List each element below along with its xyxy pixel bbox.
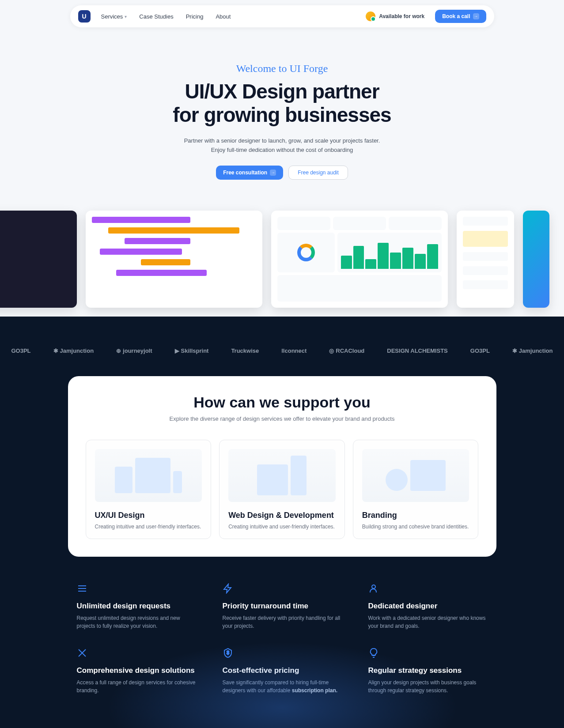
availability-badge: Available for work: [366, 11, 424, 21]
feature-desc: Request unlimited design revisions and n…: [77, 614, 196, 630]
features-grid: Unlimited design requests Request unlimi…: [68, 583, 496, 694]
feature-title: Dedicated designer: [368, 602, 488, 611]
service-desc: Building strong and cohesive brand ident…: [362, 524, 469, 530]
portfolio-shot: [457, 211, 514, 308]
hero-welcome: Welcome to UI Forge: [9, 63, 555, 75]
service-card-uxui[interactable]: UX/UI Design Creating intuitive and user…: [86, 440, 212, 539]
nav-pricing[interactable]: Pricing: [186, 13, 204, 20]
arrow-right-icon: →: [473, 13, 479, 19]
svg-point-0: [372, 585, 375, 588]
arrow-right-icon: →: [270, 170, 276, 176]
support-card: How can we support you Explore the diver…: [68, 376, 496, 557]
free-design-audit-button[interactable]: Free design audit: [288, 166, 348, 180]
work-carousel: [0, 197, 564, 334]
hero-sub1: Partner with a senior designer to launch…: [9, 137, 555, 144]
client-logo: GO3PL: [11, 347, 30, 354]
tools-icon: [77, 648, 87, 658]
client-logo: ▶ Skillsprint: [175, 347, 209, 354]
service-desc: Creating intuitive and user-friendly int…: [228, 524, 336, 530]
svg-text:$: $: [227, 650, 229, 655]
feature-desc: Access a full range of design services f…: [77, 679, 196, 694]
feature-priority: Priority turnaround time Receive faster …: [223, 583, 342, 630]
feature-desc: Save significantly compared to hiring fu…: [223, 679, 342, 694]
service-title: UX/UI Design: [95, 511, 202, 520]
feature-desc: Align your design projects with business…: [368, 679, 488, 694]
client-logo: DESIGN ALCHEMISTS: [387, 347, 447, 354]
hero-sub2: Enjoy full-time dedication without the c…: [9, 147, 555, 153]
feature-title: Regular strategy sessions: [368, 666, 488, 675]
client-logo: GO3PL: [470, 347, 490, 354]
hero-heading: UI/UX Design partnerfor growing business…: [9, 80, 555, 127]
chevron-down-icon: ▾: [125, 14, 127, 19]
client-logo: ✱ Jamjunction: [512, 347, 553, 354]
client-logo: ◎ RCACloud: [329, 347, 364, 354]
portfolio-shot: [523, 211, 549, 308]
lightbulb-icon: [368, 648, 379, 658]
client-logos: GO3PL ✱ Jamjunction ⊕ journeyjolt ▶ Skil…: [0, 334, 564, 367]
shield-dollar-icon: $: [223, 648, 233, 658]
services-grid: UX/UI Design Creating intuitive and user…: [86, 440, 479, 539]
support-heading: How can we support you: [86, 394, 479, 411]
portfolio-shot: [0, 211, 77, 308]
feature-cost: $ Cost-effective pricing Save significan…: [223, 648, 342, 694]
portfolio-shot: [271, 211, 448, 308]
feature-comprehensive: Comprehensive design solutions Access a …: [77, 648, 196, 694]
client-logo: Truckwise: [231, 347, 259, 354]
layers-icon: [77, 583, 87, 594]
feature-desc: Receive faster delivery with priority ha…: [223, 614, 342, 630]
nav-services[interactable]: Services▾: [101, 13, 127, 20]
nav-links: Services▾ Case Studies Pricing About: [101, 13, 356, 20]
bolt-icon: [223, 583, 233, 594]
client-logo: ⊕ journeyjolt: [116, 347, 152, 354]
free-consultation-button[interactable]: Free consultation→: [216, 166, 283, 180]
feature-unlimited: Unlimited design requests Request unlimi…: [77, 583, 196, 630]
nav-case-studies[interactable]: Case Studies: [139, 13, 173, 20]
support-sub: Explore the diverse range of design serv…: [86, 415, 479, 422]
feature-title: Comprehensive design solutions: [77, 666, 196, 675]
hero: Welcome to UI Forge UI/UX Design partner…: [0, 27, 564, 197]
feature-title: Cost-effective pricing: [223, 666, 342, 675]
service-illustration: [228, 449, 336, 502]
feature-strategy: Regular strategy sessions Align your des…: [368, 648, 488, 694]
service-desc: Creating intuitive and user-friendly int…: [95, 524, 202, 530]
service-card-web[interactable]: Web Design & Development Creating intuit…: [219, 440, 345, 539]
book-call-button[interactable]: Book a call→: [435, 10, 486, 23]
availability-label: Available for work: [379, 13, 424, 19]
feature-title: Priority turnaround time: [223, 602, 342, 611]
feature-dedicated: Dedicated designer Work with a dedicated…: [368, 583, 488, 630]
portfolio-shot: [86, 211, 262, 308]
service-card-branding[interactable]: Branding Building strong and cohesive br…: [353, 440, 479, 539]
service-title: Web Design & Development: [228, 511, 336, 520]
nav-about[interactable]: About: [216, 13, 231, 20]
service-title: Branding: [362, 511, 469, 520]
client-logo: ✱ Jamjunction: [53, 347, 94, 354]
logo[interactable]: U: [78, 10, 91, 23]
service-illustration: [362, 449, 469, 502]
navbar: U Services▾ Case Studies Pricing About A…: [70, 5, 494, 27]
user-icon: [368, 583, 379, 594]
feature-desc: Work with a dedicated senior designer wh…: [368, 614, 488, 630]
dark-section: GO3PL ✱ Jamjunction ⊕ journeyjolt ▶ Skil…: [0, 317, 564, 728]
service-illustration: [95, 449, 202, 502]
hero-ctas: Free consultation→ Free design audit: [9, 166, 555, 180]
client-logo: llconnect: [281, 347, 307, 354]
feature-title: Unlimited design requests: [77, 602, 196, 611]
avatar: [366, 11, 375, 21]
